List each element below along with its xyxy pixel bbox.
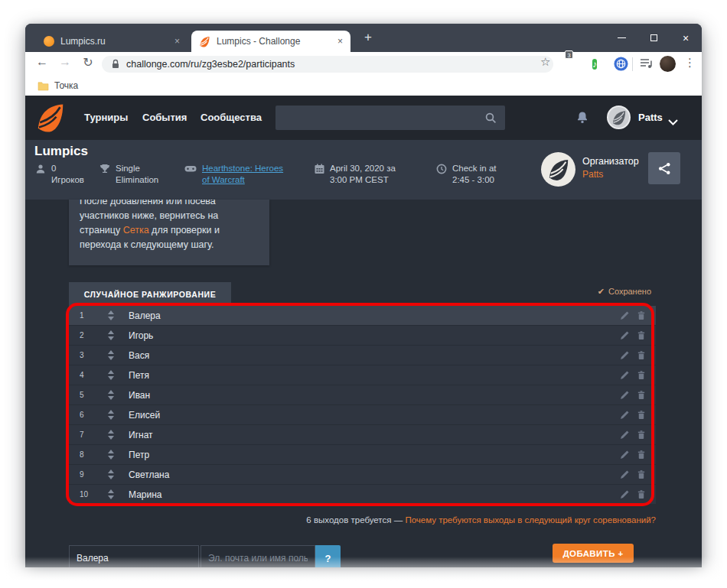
extension-blocker-icon[interactable]: 3	[570, 57, 585, 72]
delete-icon[interactable]	[637, 450, 646, 460]
edit-icon[interactable]	[620, 370, 630, 380]
sort-handle-icon[interactable]	[106, 390, 116, 400]
nav-item-events[interactable]: События	[142, 112, 187, 123]
close-button[interactable]: ×	[670, 24, 702, 52]
gamepad-icon	[184, 164, 197, 174]
user-avatar[interactable]	[607, 106, 631, 129]
delete-icon[interactable]	[637, 430, 646, 440]
browser-menu-icon[interactable]: ⋮	[684, 56, 696, 70]
organizer-block: Организатор Patts	[582, 156, 639, 180]
bookmark-item[interactable]: Точка	[54, 80, 78, 91]
site-search-input[interactable]	[275, 106, 505, 130]
sort-handle-icon[interactable]	[106, 450, 116, 460]
bracket-link[interactable]: Сетка	[123, 225, 149, 236]
browser-profile-avatar[interactable]	[660, 56, 676, 72]
search-icon[interactable]	[485, 112, 497, 127]
sort-handle-icon[interactable]	[106, 350, 116, 360]
format-info: Single Elimination	[99, 163, 172, 186]
organizer-avatar[interactable]	[541, 152, 575, 187]
edit-icon[interactable]	[620, 350, 630, 360]
edit-icon[interactable]	[620, 489, 630, 499]
participant-name: Елисей	[129, 410, 620, 421]
seed-number: 9	[80, 470, 96, 479]
minimize-button[interactable]	[605, 24, 637, 52]
sort-handle-icon[interactable]	[106, 370, 116, 380]
byes-note: 6 выходов требуется — Почему требуются в…	[306, 515, 656, 525]
participant-row: 6 Елисей	[69, 405, 656, 425]
participant-name: Марина	[129, 489, 620, 500]
seed-number: 5	[80, 391, 96, 399]
sort-handle-icon[interactable]	[106, 489, 116, 499]
edit-icon[interactable]	[620, 469, 630, 479]
browser-window: Lumpics.ru × Lumpics - Challonge × + × ←…	[25, 24, 702, 567]
notifications-bell-icon[interactable]	[576, 111, 588, 127]
chevron-down-icon[interactable]	[668, 115, 678, 128]
tab-close-icon[interactable]: ×	[337, 37, 343, 46]
seed-number: 7	[80, 430, 96, 439]
challonge-logo-icon[interactable]	[35, 102, 66, 133]
random-seeding-tab[interactable]: СЛУЧАЙНОЕ РАНЖИРОВАНИЕ	[69, 282, 231, 306]
reading-list-icon[interactable]	[640, 57, 655, 72]
tab-lumpics[interactable]: Lumpics.ru ×	[36, 31, 187, 52]
maximize-button[interactable]	[637, 24, 670, 52]
share-icon	[658, 162, 671, 175]
game-link[interactable]: Hearthstone: Heroes of Warcraft	[202, 163, 284, 186]
delete-icon[interactable]	[637, 390, 646, 400]
share-button[interactable]	[648, 152, 680, 184]
edit-icon[interactable]	[620, 410, 630, 420]
format-label: Single Elimination	[116, 163, 172, 186]
delete-icon[interactable]	[637, 489, 646, 499]
delete-icon[interactable]	[637, 330, 646, 340]
edit-icon[interactable]	[620, 330, 630, 340]
players-icon	[35, 164, 46, 174]
extension-music-icon[interactable]: ♪	[592, 57, 608, 72]
edit-icon[interactable]	[620, 430, 630, 440]
extension-badge: 3	[565, 50, 573, 59]
participant-row: 5 Иван	[69, 385, 656, 405]
delete-icon[interactable]	[637, 370, 646, 380]
toolbar-separator	[632, 57, 633, 71]
check-icon: ✔	[598, 287, 605, 296]
delete-icon[interactable]	[637, 410, 646, 420]
back-icon[interactable]: ←	[33, 55, 51, 69]
participant-row: 7 Игнат	[69, 425, 656, 445]
participant-row: 1 Валера	[69, 306, 656, 326]
seed-number: 2	[80, 331, 96, 339]
seed-number: 4	[80, 371, 96, 379]
sort-handle-icon[interactable]	[106, 469, 116, 479]
edit-icon[interactable]	[620, 390, 630, 400]
new-tab-button[interactable]: +	[364, 30, 372, 45]
edit-icon[interactable]	[620, 310, 630, 320]
sort-handle-icon[interactable]	[106, 410, 116, 420]
bookmark-star-icon[interactable]: ☆	[540, 55, 550, 69]
tab-close-icon[interactable]: ×	[174, 37, 180, 46]
organizer-name[interactable]: Patts	[582, 169, 639, 180]
sort-handle-icon[interactable]	[106, 430, 116, 440]
nav-item-tournaments[interactable]: Турниры	[84, 112, 128, 123]
delete-icon[interactable]	[637, 469, 646, 479]
username-label[interactable]: Patts	[638, 112, 663, 123]
address-bar[interactable]: challonge.com/ru/zg3esbe2/participants	[102, 56, 553, 73]
participant-name: Светлана	[129, 469, 620, 480]
screenshot-bottom-fade	[0, 557, 727, 588]
extension-globe-icon[interactable]	[614, 57, 629, 72]
delete-icon[interactable]	[637, 350, 646, 360]
calendar-icon	[315, 164, 324, 174]
seed-number: 6	[80, 411, 96, 419]
page-body: Турниры События Сообщества Patts	[25, 96, 702, 567]
checkin-label: Check in at 2:45 - 3:00	[452, 163, 513, 186]
forward-icon[interactable]: →	[56, 55, 74, 69]
participant-name: Игорь	[129, 330, 620, 341]
sort-handle-icon[interactable]	[106, 330, 116, 340]
refresh-icon[interactable]: ↻	[79, 55, 97, 70]
players-info: 0 Игроков	[35, 163, 84, 186]
edit-icon[interactable]	[620, 450, 630, 460]
nav-item-communities[interactable]: Сообщества	[200, 112, 262, 123]
folder-icon	[37, 80, 49, 94]
tab-challonge[interactable]: Lumpics - Challonge ×	[191, 31, 350, 52]
date-info: April 30, 2020 за 3:00 PM CEST	[315, 163, 405, 186]
participant-row: 3 Вася	[69, 346, 656, 365]
byes-help-link[interactable]: Почему требуются выходы в следующий круг…	[405, 515, 656, 525]
delete-icon[interactable]	[637, 310, 646, 320]
sort-handle-icon[interactable]	[106, 310, 116, 320]
